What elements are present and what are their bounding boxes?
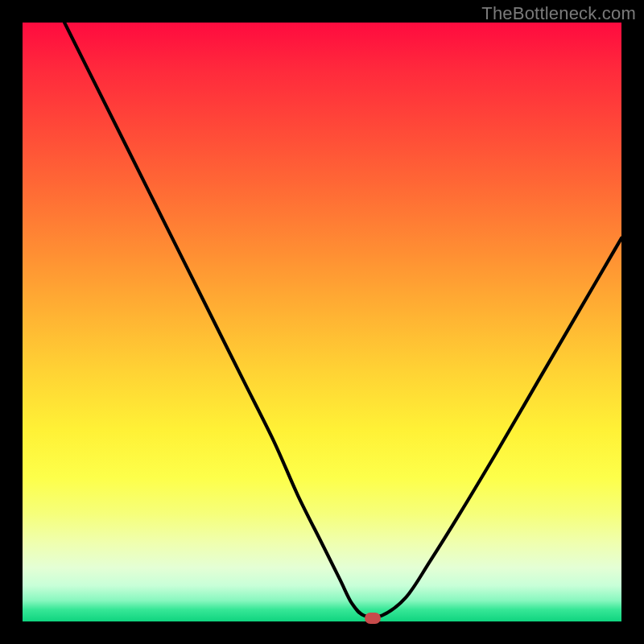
bottleneck-curve: [23, 23, 621, 621]
chart-frame: TheBottleneck.com: [0, 0, 644, 644]
curve-path: [64, 23, 621, 617]
watermark-text: TheBottleneck.com: [481, 3, 636, 24]
plot-area: [23, 23, 621, 621]
optimal-point-marker: [365, 613, 381, 624]
